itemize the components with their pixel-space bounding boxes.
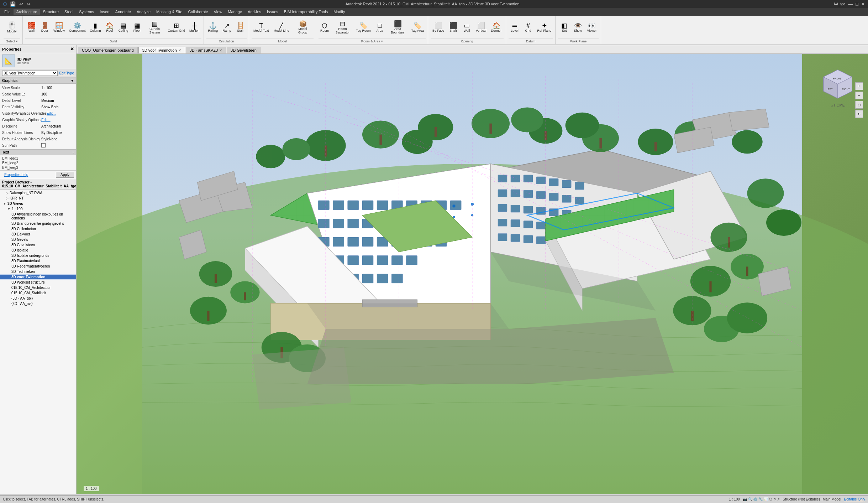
tab-3d-gevelsteen[interactable]: 3D Gevelsteen [227,47,261,53]
tree-item-cm-stab[interactable]: 015.10_CM_Stabiliteit [0,290,76,296]
tree-item-tech[interactable]: 3D Technieken [0,269,76,274]
curtain-grid-btn[interactable]: ⊞ Curtain Grid [166,21,187,34]
tab-coo-opmerkingen[interactable]: COO_Opmerkingen opstaand [78,47,138,53]
wall-opening-btn[interactable]: ▭ Wall [461,21,473,34]
fit-view-btn[interactable]: ⊡ [855,101,863,109]
menu-file[interactable]: File [1,9,14,15]
vertical-btn[interactable]: ⬜ Vertical [474,21,488,34]
properties-close-btn[interactable]: ✕ [70,46,74,52]
tree-item-isolatie[interactable]: 3D Isolatie [0,248,76,253]
tree-item-plaat[interactable]: 3D Plaatmateriaal [0,258,76,264]
tree-item-100[interactable]: ▼ 1 : 100 [0,206,76,212]
shaft-btn[interactable]: ⬛ Shaft [447,21,459,34]
tree-item-afvoer[interactable]: 3D Afvoerleidingen klokputjes en condens [0,212,76,221]
text-item-bm-leeg2[interactable]: BM_leeg2 [0,161,76,165]
tree-item-kpr[interactable]: ▷ KPR_NT [0,196,76,201]
tab-ams-close[interactable]: ✕ [219,48,222,52]
menu-massing[interactable]: Massing & Site [153,9,185,15]
menu-issues[interactable]: Issues [264,9,281,15]
tree-item-twinmotion[interactable]: 3D voor Twinmotion [0,274,76,280]
viewer-btn[interactable]: 👀 Viewer [585,21,599,34]
quick-undo[interactable]: ↩ [19,1,24,7]
orbit-btn[interactable]: ↻ [855,110,863,118]
component-btn[interactable]: ⚙️ Component [67,21,88,34]
tree-item-gevels[interactable]: 3D Gevels [0,237,76,242]
door-btn[interactable]: 🚪 Door [38,21,51,34]
tree-item-brand[interactable]: 3D Brandpreventie gordijngevel s [0,221,76,226]
properties-apply-btn[interactable]: Apply [56,172,74,178]
tab-3d-twinmotion[interactable]: 3D voor Twinmotion ✕ [138,47,185,53]
minimize-btn[interactable]: — [848,1,853,7]
menu-steel[interactable]: Steel [62,9,76,15]
tag-room-btn[interactable]: 🏷️ Tag Room [354,21,373,34]
quick-save[interactable]: 💾 [9,1,16,7]
tree-item-3dviews[interactable]: ▼ 3D Views [0,201,76,206]
set-workplane-btn[interactable]: ◧ Set [558,21,570,34]
railing-btn[interactable]: ⚓ Railing [206,21,220,34]
area-btn[interactable]: □ Area [374,21,386,34]
maximize-btn[interactable]: □ [856,1,858,7]
properties-help-link[interactable]: Properties help [2,172,30,178]
model-text-btn[interactable]: T Model Text [252,21,270,34]
by-face-btn[interactable]: ⬜ By Face [431,21,446,34]
curtain-system-btn[interactable]: ▦ Curtain System [144,20,165,36]
text-item-bm-leeg3[interactable]: BM_leeg3 [0,165,76,170]
ramp-btn[interactable]: ↗ Ramp [221,21,233,34]
tree-item-isolatie-onder[interactable]: 3D Isolatie ondergronds [0,253,76,258]
floor-btn[interactable]: ▦ Floor [131,21,143,34]
nav-cube-home[interactable]: ⌂ HOME [831,103,845,107]
tab-twinmotion-close[interactable]: ✕ [178,48,181,52]
menu-manage[interactable]: Manage [225,9,245,15]
nav-cube[interactable]: FRONT LEFT RIGHT ⌂ HOME [822,68,854,100]
menu-annotate[interactable]: Annotate [112,9,134,15]
menu-view[interactable]: View [211,9,225,15]
ceiling-btn[interactable]: ▤ Ceiling [117,21,130,34]
grid-btn[interactable]: # Grid [522,21,535,34]
text-item-bm-leeg1[interactable]: BM_leeg1 [0,156,76,161]
edit-type-btn[interactable]: Edit Type [59,71,74,75]
zoom-out-btn[interactable]: − [855,92,863,99]
zoom-in-btn[interactable]: + [855,82,863,90]
level-btn[interactable]: ═ Level [509,21,521,34]
column-btn[interactable]: ▮ Column [88,21,103,34]
wall-btn[interactable]: 🧱 Wall [25,21,38,34]
tag-area-btn[interactable]: 🏷️ Tag Area [410,21,426,34]
menu-systems[interactable]: Systems [76,9,97,15]
tree-item-3d-aa-gbl[interactable]: {3D - AA_gbl} [0,296,76,301]
window-btn[interactable]: 🪟 Window [52,21,67,34]
menu-insert[interactable]: Insert [97,9,112,15]
quick-redo[interactable]: ↪ [26,1,31,7]
sun-path-checkbox[interactable] [41,143,46,147]
mullion-btn[interactable]: ┼ Mullion [188,21,201,34]
show-workplane-btn[interactable]: 👁️ Show [572,21,584,34]
view-name-select[interactable]: 3D voor Twinmotion [2,71,58,76]
dormer-btn[interactable]: 🏠 Dormer [489,21,504,34]
tab-3d-ams[interactable]: 3D - amsSKPZ3 ✕ [186,47,226,53]
menu-architecture[interactable]: Architecture [14,9,40,15]
menu-bim[interactable]: BIM Interoperability Tools [281,9,331,15]
tree-item-cm-arch[interactable]: 015.10_CM_Architectuur [0,285,76,290]
room-separator-btn[interactable]: ⊟ Room Separator [332,20,353,36]
menu-structure[interactable]: Structure [40,9,62,15]
tree-item-regen[interactable]: 3D Regenwaterafvoeren [0,264,76,269]
tree-item-3d-aa-nvi[interactable]: {3D - AA_nvi} [0,301,76,306]
close-btn[interactable]: ✕ [861,1,865,7]
tree-item-dakenplan[interactable]: ▷ Dakenplan_NT RWA [0,190,76,196]
modify-btn[interactable]: 🖱️ Modify [5,21,19,35]
editable-label[interactable]: Editable Only [844,497,865,501]
tree-item-workset[interactable]: 3D Workset structure [0,280,76,285]
menu-analyze[interactable]: Analyze [134,9,153,15]
roof-btn[interactable]: 🏠 Roof [104,21,116,34]
area-boundary-btn[interactable]: ⬛ Area Boundary [387,20,409,36]
viewport-canvas[interactable]: FRONT LEFT RIGHT ⌂ HOME + − ⊡ ↻ 1 : 100 [77,54,868,494]
tree-item-cellen[interactable]: 3D Cellenbeton [0,226,76,232]
menu-addins[interactable]: Add-Ins [245,9,264,15]
stair-btn[interactable]: 🪜 Stair [234,21,247,34]
room-btn[interactable]: ⬡ Room [319,21,331,34]
tree-item-3d-ams[interactable]: {3D - amsSKPZ3} [0,306,76,307]
tree-item-gevelsteen[interactable]: 3D Gevelsteen [0,242,76,248]
model-line-btn[interactable]: ╱ Model Line [272,21,291,34]
model-group-btn[interactable]: 📦 Model Group [292,20,314,36]
menu-collaborate[interactable]: Collaborate [185,9,211,15]
tree-item-dakvloer[interactable]: 3D Dakvoer [0,232,76,237]
